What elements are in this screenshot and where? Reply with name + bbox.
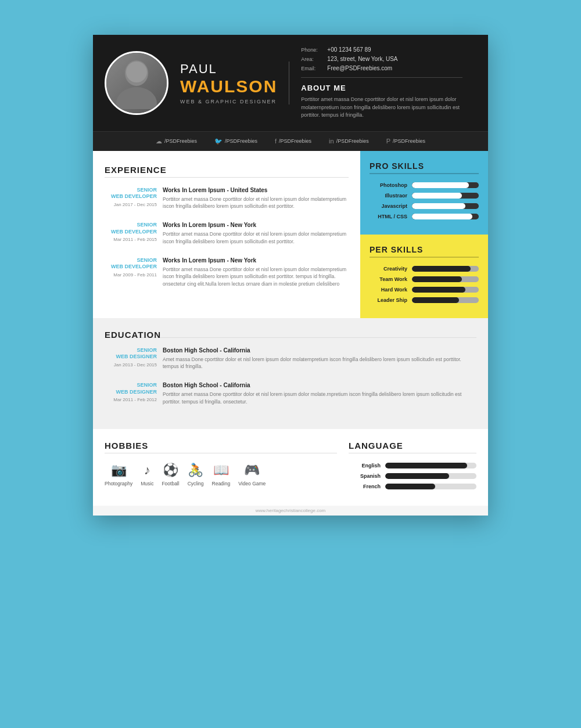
- email-label: Email:: [301, 66, 327, 71]
- per-skills-panel: PER SKILLS Creativity Team Work Hard Wor…: [360, 235, 488, 318]
- lang-bar: [385, 484, 476, 489]
- edu-date: Jan 2013 - Dec 2015: [105, 362, 157, 367]
- education-item: SENIORWEB DESIGNER Jan 2013 - Dec 2015 B…: [105, 347, 476, 371]
- avatar: [105, 51, 168, 115]
- svg-point-2: [126, 62, 147, 82]
- skype-icon: ☁: [156, 138, 162, 145]
- pro-skills-panel: PRO SKILLS Photoshop Illustraor Javascri…: [360, 151, 488, 235]
- experience-list: SENIORWEB DEVELOPER Jan 2017 - Dec 2015 …: [105, 187, 349, 288]
- experience-item: SENIORWEB DEVELOPER Mar 2011 - Feb 2015 …: [105, 222, 349, 246]
- exp-left: SENIORWEB DEVELOPER Mar 2009 - Feb 2011: [105, 257, 157, 288]
- language-title: LANGUAGE: [349, 441, 476, 451]
- linkedin-handle: /PSDFreebies: [336, 138, 369, 144]
- twitter-icon: 🐦: [214, 138, 223, 145]
- avatar-image: [106, 51, 167, 115]
- left-column: EXPERIENCE SENIORWEB DEVELOPER Jan 2017 …: [93, 151, 360, 318]
- skype-handle: /PSDFreebies: [164, 138, 197, 144]
- hobbies-column: HOBBIES 📷 Photography ♪ Music ⚽ Football…: [105, 441, 337, 494]
- edu-desc: Porttitor amet massa Done cporttitor dol…: [163, 391, 476, 406]
- edu-company: Boston High School - California: [163, 347, 476, 354]
- name-block: PAUL WAULSON WEB & GRAPHIC DESIGNER: [168, 62, 289, 104]
- education-list: SENIORWEB DESIGNER Jan 2013 - Dec 2015 B…: [105, 347, 476, 406]
- lang-name: Spanish: [349, 473, 381, 479]
- language-item: Spanish: [349, 473, 476, 479]
- job-title: WEB & GRAPHIC DESIGNER: [180, 99, 277, 104]
- contact-email: Email: Free@PSDFreebies.com: [301, 65, 462, 71]
- pro-skills-divider: [370, 173, 479, 174]
- facebook-icon: f: [275, 138, 277, 145]
- exp-right: Works In Lorem Ipsum - United States Por…: [163, 187, 349, 211]
- per-skills-title: PER SKILLS: [370, 245, 479, 254]
- hobby-label: Video Game: [238, 481, 266, 486]
- skill-name: Photoshop: [370, 182, 407, 188]
- exp-date: Jan 2017 - Dec 2015: [105, 202, 157, 207]
- body-section: EXPERIENCE SENIORWEB DEVELOPER Jan 2017 …: [93, 151, 488, 318]
- hobby-item: 🚴 Cycling: [188, 463, 204, 486]
- skill-name: Javascript: [370, 203, 407, 209]
- skill-bar: [412, 297, 479, 303]
- hobby-item: 📷 Photography: [105, 463, 132, 486]
- skill-bar: [412, 266, 479, 272]
- edu-role: SENIORWEB DESIGNER: [105, 347, 157, 361]
- exp-company: Works In Lorem Ipsum - New York: [163, 222, 349, 228]
- per-skills-list: Creativity Team Work Hard Work Leader Sh…: [370, 266, 479, 303]
- right-column: PRO SKILLS Photoshop Illustraor Javascri…: [360, 151, 488, 318]
- resume-document: PAUL WAULSON WEB & GRAPHIC DESIGNER Phon…: [93, 35, 488, 516]
- hobby-icon: 🚴: [188, 463, 203, 478]
- edu-date: Mar 2011 - Feb 2012: [105, 397, 157, 402]
- experience-title: EXPERIENCE: [105, 165, 349, 175]
- hobby-label: Reading: [212, 481, 231, 486]
- pro-skill-item: Photoshop: [370, 182, 479, 188]
- language-item: French: [349, 484, 476, 489]
- bottom-section: HOBBIES 📷 Photography ♪ Music ⚽ Football…: [93, 429, 488, 506]
- exp-company: Works In Lorem Ipsum - United States: [163, 187, 349, 193]
- hobby-icon: 🎮: [244, 463, 260, 478]
- lang-name: French: [349, 484, 381, 489]
- skill-bar: [412, 203, 479, 209]
- edu-left: SENIORWEB DESIGNER Jan 2013 - Dec 2015: [105, 347, 157, 371]
- social-pinterest: P /PSDFreebies: [386, 138, 425, 145]
- edu-role: SENIORWEB DESIGNER: [105, 382, 157, 395]
- contact-phone: Phone: +00 1234 567 89: [301, 46, 462, 53]
- area-label: Area:: [301, 56, 327, 62]
- pro-skills-title: PRO SKILLS: [370, 161, 479, 171]
- skill-name: Illustraor: [370, 193, 407, 199]
- hobby-item: 🎮 Video Game: [238, 463, 266, 486]
- first-name: PAUL: [180, 62, 277, 77]
- pro-skill-item: Javascript: [370, 203, 479, 209]
- edu-right: Boston High School - California Porttito…: [163, 382, 476, 406]
- hobby-label: Cycling: [188, 481, 204, 486]
- pinterest-handle: /PSDFreebies: [393, 138, 425, 144]
- hobby-icon: ⚽: [163, 463, 178, 478]
- watermark: www.heritagechristiancollege.com: [93, 506, 488, 516]
- skill-bar: [412, 193, 479, 199]
- hobbies-list: 📷 Photography ♪ Music ⚽ Football 🚴 Cycli…: [105, 463, 337, 486]
- edu-desc: Amet massa Done cporttitor dolor et nisl…: [163, 356, 476, 371]
- exp-date: Mar 2011 - Feb 2015: [105, 237, 157, 242]
- per-skill-item: Leader Ship: [370, 297, 479, 303]
- pinterest-icon: P: [386, 138, 390, 145]
- skill-name: Creativity: [370, 266, 407, 272]
- exp-role: SENIORWEB DEVELOPER: [105, 222, 157, 235]
- hobby-item: 📖 Reading: [212, 463, 231, 486]
- per-skill-item: Creativity: [370, 266, 479, 272]
- lang-bar: [385, 463, 476, 468]
- language-column: LANGUAGE English Spanish French: [349, 441, 476, 494]
- skill-name: Team Work: [370, 276, 407, 282]
- phone-label: Phone:: [301, 47, 327, 53]
- pro-skills-list: Photoshop Illustraor Javascript HTML / C…: [370, 182, 479, 219]
- social-facebook: f /PSDFreebies: [275, 138, 311, 145]
- edu-company: Boston High School - California: [163, 382, 476, 388]
- twitter-handle: /PSDFreebies: [225, 138, 257, 144]
- linkedin-icon: in: [329, 138, 334, 145]
- pro-skill-item: HTML / CSS: [370, 214, 479, 219]
- lang-bar: [385, 473, 476, 479]
- contact-block: Phone: +00 1234 567 89 Area: 123, street…: [289, 46, 474, 120]
- hobby-label: Football: [162, 481, 179, 486]
- language-list: English Spanish French: [349, 463, 476, 489]
- hobby-icon: 📖: [213, 463, 229, 478]
- hobby-icon: 📷: [111, 463, 127, 478]
- hobby-label: Photography: [105, 481, 132, 486]
- social-bar: ☁ /PSDFreebies 🐦 /PSDFreebies f /PSDFree…: [93, 131, 488, 151]
- contact-area: Area: 123, street, New York, USA: [301, 56, 462, 62]
